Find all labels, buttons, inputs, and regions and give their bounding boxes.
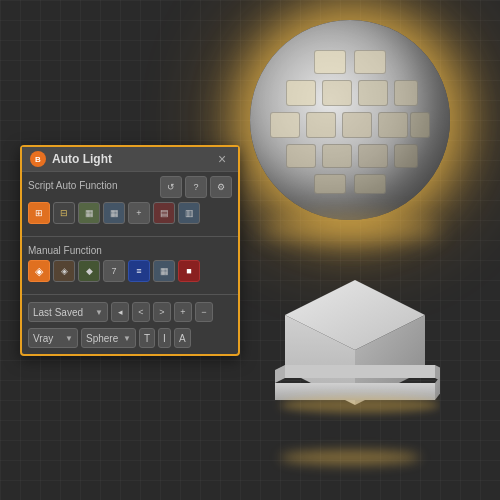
mf-btn-4[interactable]: 7 bbox=[103, 260, 125, 282]
box-mesh bbox=[270, 270, 430, 410]
sphere-mesh bbox=[250, 20, 450, 220]
shape-select[interactable]: Sphere ▼ bbox=[81, 328, 136, 348]
renderer-select[interactable]: Vray ▼ bbox=[28, 328, 78, 348]
sa-btn-7[interactable]: ▥ bbox=[178, 202, 200, 224]
viewport-box bbox=[250, 270, 450, 470]
svg-point-8 bbox=[280, 397, 440, 413]
mf-btn-3[interactable]: ◆ bbox=[78, 260, 100, 282]
mf-btn-6[interactable]: ▦ bbox=[153, 260, 175, 282]
auto-light-panel: B Auto Light × Script Auto Function ↺ ? … bbox=[20, 145, 240, 356]
script-auto-icons: ⊞ ⊟ ▦ ▦ + ▤ ▥ bbox=[28, 202, 232, 224]
ls-gt-btn[interactable]: > bbox=[153, 302, 171, 322]
panel-title-group: B Auto Light bbox=[30, 151, 112, 167]
i-button[interactable]: I bbox=[158, 328, 171, 348]
sa-btn-2[interactable]: ⊟ bbox=[53, 202, 75, 224]
manual-icons: ◈ ◈ ◆ 7 ≡ ▦ ■ bbox=[28, 260, 232, 282]
last-saved-value: Last Saved bbox=[33, 307, 83, 318]
renderer-row: Vray ▼ Sphere ▼ T I A bbox=[22, 325, 238, 354]
ls-minus-btn[interactable]: − bbox=[195, 302, 213, 322]
ls-plus-btn[interactable]: + bbox=[174, 302, 192, 322]
box-glow bbox=[280, 450, 420, 465]
renderer-arrow: ▼ bbox=[65, 334, 73, 343]
refresh-button[interactable]: ↺ bbox=[160, 176, 182, 198]
renderer-value: Vray bbox=[33, 333, 53, 344]
help-button[interactable]: ? bbox=[185, 176, 207, 198]
manual-section: Manual Function ◈ ◈ ◆ 7 ≡ ▦ ■ bbox=[22, 241, 238, 290]
sa-btn-6[interactable]: ▤ bbox=[153, 202, 175, 224]
svg-marker-4 bbox=[285, 365, 435, 378]
mf-btn-2[interactable]: ◈ bbox=[53, 260, 75, 282]
svg-marker-3 bbox=[275, 365, 285, 383]
panel-close-button[interactable]: × bbox=[214, 151, 230, 167]
sphere-glow bbox=[260, 215, 440, 245]
sa-btn-5[interactable]: + bbox=[128, 202, 150, 224]
mf-btn-1[interactable]: ◈ bbox=[28, 260, 50, 282]
sa-btn-3[interactable]: ▦ bbox=[78, 202, 100, 224]
script-auto-section: Script Auto Function ↺ ? ⚙ ⊞ ⊟ ▦ ▦ + ▤ ▥ bbox=[22, 172, 238, 232]
viewport-sphere bbox=[240, 10, 460, 230]
sa-btn-4[interactable]: ▦ bbox=[103, 202, 125, 224]
mf-btn-7[interactable]: ■ bbox=[178, 260, 200, 282]
manual-label: Manual Function bbox=[28, 245, 232, 256]
mf-btn-5[interactable]: ≡ bbox=[128, 260, 150, 282]
section-divider-1 bbox=[22, 236, 238, 237]
panel-titlebar: B Auto Light × bbox=[22, 147, 238, 172]
last-saved-row: Last Saved ▼ ◂ < > + − bbox=[22, 299, 238, 325]
blender-icon: B bbox=[30, 151, 46, 167]
settings-button[interactable]: ⚙ bbox=[210, 176, 232, 198]
a-button[interactable]: A bbox=[174, 328, 191, 348]
ls-lt-btn[interactable]: < bbox=[132, 302, 150, 322]
t-button[interactable]: T bbox=[139, 328, 155, 348]
shape-value: Sphere bbox=[86, 333, 118, 344]
last-saved-select[interactable]: Last Saved ▼ bbox=[28, 302, 108, 322]
ls-prev-btn[interactable]: ◂ bbox=[111, 302, 129, 322]
sa-btn-1[interactable]: ⊞ bbox=[28, 202, 50, 224]
script-auto-label: Script Auto Function bbox=[28, 180, 118, 191]
script-auto-header: Script Auto Function ↺ ? ⚙ bbox=[28, 176, 232, 198]
section-divider-2 bbox=[22, 294, 238, 295]
shape-arrow: ▼ bbox=[123, 334, 131, 343]
last-saved-arrow: ▼ bbox=[95, 308, 103, 317]
panel-title: Auto Light bbox=[52, 152, 112, 166]
